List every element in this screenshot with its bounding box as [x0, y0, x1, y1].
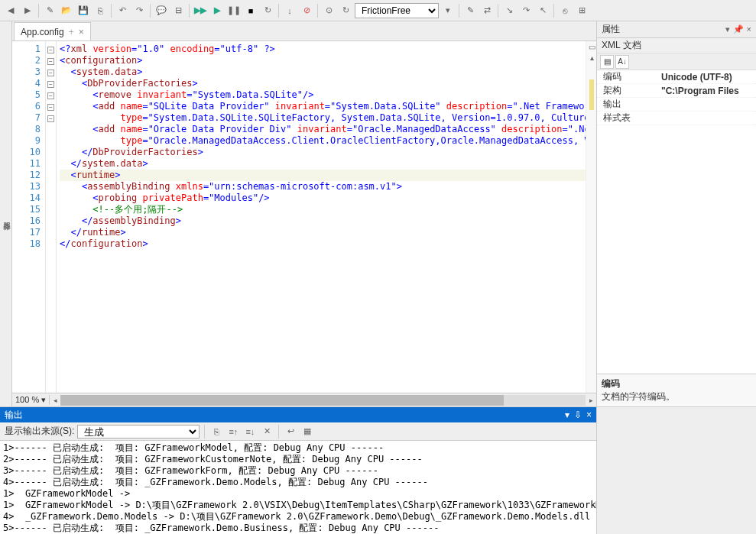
- document-tabstrip: App.config + ×: [12, 21, 596, 41]
- save-all-icon[interactable]: ⎘: [92, 3, 108, 18]
- panel-close-icon[interactable]: ×: [747, 24, 751, 34]
- scroll-left-icon[interactable]: ◂: [50, 394, 60, 406]
- code-line[interactable]: <system.data>: [60, 66, 596, 78]
- output-pin-icon[interactable]: ⇩: [574, 409, 582, 420]
- misc2-icon[interactable]: ⊞: [574, 3, 589, 18]
- code-line[interactable]: <add name="Oracle Data Provider Div" inv…: [60, 124, 596, 135]
- main-toolbar: ◀ ▶ ✎ 📂 💾 ⎘ ↶ ↷ 💬 ⊟ ▶▶ ▶ ❚❚ ■ ↻ ↓ ⊘ ⊙ ↻ …: [0, 0, 756, 21]
- hscroll-thumb[interactable]: [60, 395, 504, 406]
- properties-grid[interactable]: 编码Unicode (UTF-8)架构"C:\Program Files 输出样…: [597, 70, 756, 374]
- properties-object: XML 文档: [597, 38, 756, 53]
- code-line[interactable]: <configuration>: [60, 55, 596, 66]
- fold-toggle-icon[interactable]: −: [47, 92, 54, 99]
- nav-fwd-icon[interactable]: ▶: [20, 3, 35, 18]
- stop-icon[interactable]: ■: [243, 3, 258, 18]
- property-row[interactable]: 架构"C:\Program Files: [597, 84, 756, 98]
- misc-icon[interactable]: ⎋: [557, 3, 573, 18]
- code-line[interactable]: </system.data>: [60, 158, 596, 170]
- output-body[interactable]: 1>------ 已启动生成: 项目: GZFrameworkModel, 配置…: [0, 441, 596, 534]
- step-in-icon[interactable]: ↘: [501, 3, 517, 18]
- code-line[interactable]: type="System.Data.SQLite.SQLiteFactory, …: [60, 112, 596, 124]
- code-line[interactable]: <runtime>: [60, 170, 596, 181]
- collapsed-tool-1[interactable]: 服务器: [1, 26, 11, 406]
- out-prev-icon[interactable]: ≡↑: [226, 425, 240, 439]
- panel-pin-icon[interactable]: 📌: [733, 24, 744, 34]
- dd-arrow-icon[interactable]: ▾: [440, 3, 456, 18]
- tab-close-icon[interactable]: ×: [79, 27, 84, 37]
- out-next-icon[interactable]: ≡↓: [243, 425, 257, 439]
- config-dropdown[interactable]: FrictionFree: [355, 3, 439, 18]
- editor-hscrollbar[interactable]: ◂ ▸: [50, 394, 596, 406]
- step-over-icon[interactable]: ↷: [518, 3, 534, 18]
- property-row[interactable]: 样式表: [597, 112, 756, 125]
- tool-a-icon[interactable]: ✎: [462, 3, 478, 18]
- out-clear-icon[interactable]: ✕: [260, 425, 274, 439]
- fold-column: −−−−−−−: [46, 41, 57, 393]
- step-out-icon[interactable]: ↖: [535, 3, 550, 18]
- nav-back-icon[interactable]: ◀: [3, 3, 18, 18]
- code-line[interactable]: </runtime>: [60, 227, 596, 238]
- categorized-icon[interactable]: ▤: [600, 55, 614, 69]
- fold-toggle-icon[interactable]: −: [47, 58, 54, 65]
- help-desc: 文档的字符编码。: [602, 390, 751, 403]
- editor-status-row: 100 % ▾ ◂ ▸: [12, 393, 596, 406]
- alphabetical-icon[interactable]: A↓: [615, 55, 629, 69]
- code-line[interactable]: <!--多个用;隔开-->: [60, 204, 596, 215]
- new-item-icon[interactable]: ✎: [42, 3, 57, 18]
- editor-overview-ruler[interactable]: ▭ ▴: [586, 41, 596, 393]
- code-line[interactable]: <probing privatePath="Modules"/>: [60, 193, 596, 204]
- tab-title: App.config: [21, 27, 64, 37]
- fold-toggle-icon[interactable]: −: [47, 115, 54, 122]
- code-editor[interactable]: 123456789101112131415161718 −−−−−−− <?xm…: [12, 41, 596, 393]
- cancel-icon[interactable]: ⊘: [299, 3, 314, 18]
- pause-icon[interactable]: ❚❚: [226, 3, 242, 18]
- properties-panel: 属性 ▾ 📌 × XML 文档 ▤ A↓ 编码Unicode (UTF-8)架构…: [596, 21, 756, 406]
- start-icon[interactable]: ▶▶: [193, 3, 208, 18]
- panel-dropdown-icon[interactable]: ▾: [725, 24, 730, 34]
- code-line[interactable]: <add name="SQLite Data Provider" invaria…: [60, 101, 596, 112]
- redo-icon[interactable]: ↷: [131, 3, 147, 18]
- zoom-dropdown[interactable]: 100 % ▾: [12, 395, 50, 405]
- property-name: 编码: [597, 70, 658, 83]
- tab-app-config[interactable]: App.config + ×: [14, 22, 91, 40]
- code-line[interactable]: <?xml version="1.0" encoding="utf-8" ?>: [60, 44, 596, 55]
- save-icon[interactable]: 💾: [76, 3, 91, 18]
- comment-icon[interactable]: 💬: [154, 3, 169, 18]
- fold-toggle-icon[interactable]: −: [47, 47, 54, 53]
- output-source-dropdown[interactable]: 生成: [77, 425, 200, 439]
- scroll-right-icon[interactable]: ▸: [586, 394, 596, 406]
- split-icon[interactable]: ▭: [586, 41, 596, 52]
- code-line[interactable]: </DbProviderFactories>: [60, 147, 596, 158]
- code-line[interactable]: type="Oracle.ManagedDataAccess.Client.Or…: [60, 135, 596, 147]
- out-wrap-icon[interactable]: ↩: [284, 425, 297, 439]
- scroll-up-icon[interactable]: ▴: [586, 52, 596, 63]
- out-toggle-icon[interactable]: ▦: [300, 425, 314, 439]
- uncomment-icon[interactable]: ⊟: [170, 3, 186, 18]
- code-line[interactable]: <DbProviderFactories>: [60, 78, 596, 89]
- property-row[interactable]: 编码Unicode (UTF-8): [597, 70, 756, 84]
- tool-b-icon[interactable]: ⇄: [479, 3, 495, 18]
- fold-toggle-icon[interactable]: −: [47, 81, 54, 88]
- code-line[interactable]: </configuration>: [60, 238, 596, 250]
- fold-toggle-icon[interactable]: −: [47, 70, 54, 76]
- open-icon[interactable]: 📂: [59, 3, 74, 18]
- fold-toggle-icon[interactable]: −: [47, 104, 54, 111]
- start-nodbg-icon[interactable]: ▶: [209, 3, 225, 18]
- out-goto-icon[interactable]: ⎘: [209, 425, 223, 439]
- property-row[interactable]: 输出: [597, 98, 756, 112]
- code-line[interactable]: <assemblyBinding xmlns="urn:schemas-micr…: [60, 181, 596, 193]
- code-body[interactable]: <?xml version="1.0" encoding="utf-8" ?><…: [57, 41, 596, 393]
- undo-icon[interactable]: ↶: [115, 3, 130, 18]
- restart-icon[interactable]: ↻: [260, 3, 275, 18]
- refresh-icon[interactable]: ↻: [338, 3, 353, 18]
- property-value[interactable]: Unicode (UTF-8): [658, 72, 756, 83]
- property-value[interactable]: "C:\Program Files: [658, 86, 756, 96]
- tab-dirty-icon: +: [69, 27, 74, 37]
- properties-toolbar: ▤ A↓: [597, 53, 756, 70]
- output-close-icon[interactable]: ×: [586, 409, 592, 420]
- output-dropdown-icon[interactable]: ▾: [565, 409, 569, 420]
- code-line[interactable]: </assemblyBinding>: [60, 215, 596, 227]
- step-icon[interactable]: ↓: [282, 3, 297, 18]
- target-icon[interactable]: ⊙: [321, 3, 336, 18]
- code-line[interactable]: <remove invariant="System.Data.SQLite"/>: [60, 89, 596, 101]
